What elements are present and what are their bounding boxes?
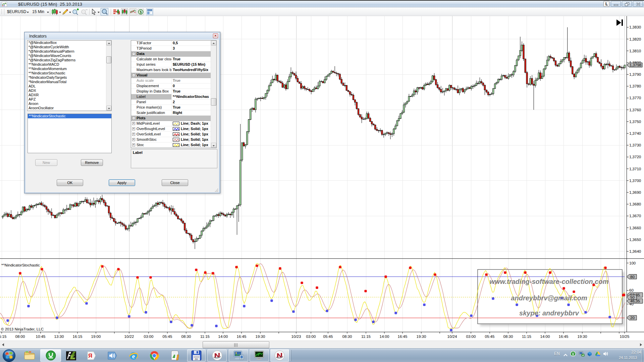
svg-text:-64-: -64- — [195, 358, 199, 360]
svg-text:16:45: 16:45 — [237, 335, 247, 339]
svg-text:10/25: 10/25 — [620, 335, 630, 339]
svg-text:10:45: 10:45 — [36, 335, 46, 339]
svg-text:05:15: 05:15 — [0, 335, 6, 339]
svg-text:1,3650: 1,3650 — [629, 238, 641, 242]
svg-text:1,3670: 1,3670 — [629, 214, 641, 218]
svg-text:1,3640: 1,3640 — [629, 249, 641, 253]
svg-text:60: 60 — [629, 288, 634, 292]
svg-text:10/24: 10/24 — [447, 335, 457, 339]
svg-text:11:15: 11:15 — [200, 335, 210, 339]
svg-text:16:15: 16:15 — [73, 335, 83, 339]
svg-text:© 2013 NinjaTrader, LLC: © 2013 NinjaTrader, LLC — [1, 327, 44, 331]
svg-text:08:30: 08:30 — [342, 335, 352, 339]
svg-text:10/22: 10/22 — [124, 335, 134, 339]
svg-text:50: 50 — [630, 295, 635, 299]
svg-text:10/23: 10/23 — [291, 335, 301, 339]
svg-text:08:30: 08:30 — [503, 335, 513, 339]
svg-text:19:30: 19:30 — [578, 335, 587, 339]
svg-text:08:00: 08:00 — [15, 335, 25, 339]
svg-text:19:30: 19:30 — [417, 335, 426, 339]
svg-text:05:45: 05:45 — [323, 335, 333, 339]
svg-text:11:15: 11:15 — [522, 335, 531, 339]
svg-text:www.trading-software-collectio: www.trading-software-collection.com — [490, 278, 609, 285]
svg-text:19:30: 19:30 — [256, 335, 265, 339]
svg-text:$: $ — [140, 10, 142, 14]
svg-text:andreybbrv@gmail.com: andreybbrv@gmail.com — [511, 294, 587, 302]
svg-text:1,3740: 1,3740 — [629, 131, 641, 135]
svg-text:1,3770: 1,3770 — [629, 96, 641, 100]
svg-text:03:00: 03:00 — [306, 335, 316, 339]
svg-text:16:45: 16:45 — [398, 335, 408, 339]
svg-text:1,3680: 1,3680 — [629, 202, 641, 206]
svg-text:1,3750: 1,3750 — [629, 120, 641, 124]
svg-text:1,3820: 1,3820 — [629, 37, 641, 41]
svg-text:80: 80 — [630, 275, 635, 279]
svg-text:11:15: 11:15 — [361, 335, 371, 339]
svg-text:1,3710: 1,3710 — [629, 167, 641, 171]
svg-text:13:30: 13:30 — [54, 335, 64, 339]
svg-text:1,3660: 1,3660 — [629, 226, 641, 230]
svg-text:20: 20 — [630, 316, 635, 320]
svg-text:03:00: 03:00 — [144, 335, 154, 339]
svg-text:1,3810: 1,3810 — [629, 49, 641, 53]
svg-text:1,3730: 1,3730 — [629, 143, 641, 147]
svg-text:*^NindicatorStochastic: *^NindicatorStochastic — [1, 263, 40, 267]
svg-text:05:45: 05:45 — [485, 335, 495, 339]
svg-text:100: 100 — [629, 261, 636, 265]
svg-text:16:45: 16:45 — [559, 335, 569, 339]
svg-text:1,3700: 1,3700 — [629, 179, 641, 183]
svg-text:Я: Я — [88, 353, 92, 359]
svg-text:1,3780: 1,3780 — [629, 84, 641, 88]
svg-text:14:00: 14:00 — [540, 335, 550, 339]
svg-text:1,3790: 1,3790 — [629, 72, 641, 76]
svg-text:1,3690: 1,3690 — [629, 190, 641, 194]
svg-text:1,3798: 1,3798 — [630, 63, 641, 67]
svg-text:05:45: 05:45 — [163, 335, 172, 339]
svg-text:14:00: 14:00 — [380, 335, 389, 339]
svg-text:1,3760: 1,3760 — [629, 108, 641, 112]
svg-text:14:00: 14:00 — [218, 335, 228, 339]
svg-text:1,3830: 1,3830 — [629, 25, 641, 29]
svg-text:skype: andreybbrv: skype: andreybbrv — [519, 309, 580, 317]
svg-text:1,3720: 1,3720 — [629, 155, 641, 159]
svg-text:19:00: 19:00 — [91, 335, 101, 339]
svg-text:03:00: 03:00 — [466, 335, 476, 339]
svg-text:08:30: 08:30 — [181, 335, 191, 339]
